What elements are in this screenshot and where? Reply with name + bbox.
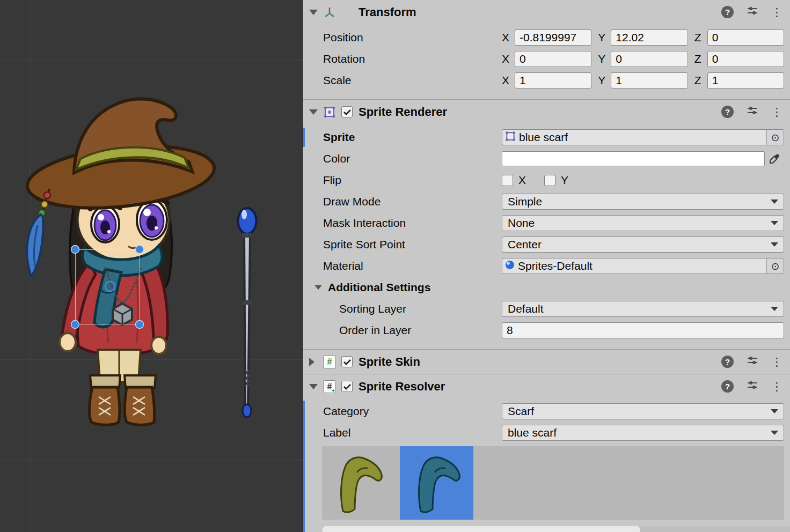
rotation-x-field[interactable]: 0: [515, 51, 591, 67]
hash-glyph: #: [327, 357, 332, 367]
draw-mode-dropdown[interactable]: Simple: [502, 194, 784, 210]
foldout-open-icon[interactable]: [309, 109, 318, 115]
material-object-field[interactable]: Sprites-Default ⊙: [502, 258, 784, 274]
category-label: Category: [323, 405, 502, 418]
order-in-layer-field[interactable]: 8: [502, 322, 784, 338]
help-icon[interactable]: ?: [721, 6, 734, 18]
mask-interaction-dropdown[interactable]: None: [502, 215, 784, 231]
eyedropper-icon[interactable]: [765, 153, 784, 164]
foldout-open-icon[interactable]: [314, 285, 322, 290]
component-title: Sprite Renderer: [359, 105, 447, 119]
chevron-down-icon: [771, 307, 778, 311]
sprite-renderer-header[interactable]: Sprite Renderer ? ⋮: [303, 100, 790, 124]
axis-z-label: Z: [694, 53, 707, 65]
object-picker-icon[interactable]: ⊙: [766, 258, 784, 274]
category-row: Category Scarf: [303, 403, 790, 419]
menu-icon[interactable]: ⋮: [771, 356, 782, 367]
axis-z-label: Z: [694, 31, 707, 44]
scale-label: Scale: [323, 74, 502, 87]
flip-x-checkbox[interactable]: [502, 175, 513, 186]
mask-interaction-label: Mask Interaction: [323, 217, 502, 230]
handle-top-right[interactable]: [136, 246, 144, 254]
inspector-panel: Transform ? ⋮ Position X -0.8199997 Y: [303, 0, 790, 532]
presets-icon[interactable]: [747, 5, 758, 19]
sprite-renderer-component: Sprite Renderer ? ⋮ Sprite: [303, 99, 790, 349]
rotation-label: Rotation: [323, 53, 502, 65]
transform-header[interactable]: Transform ? ⋮: [303, 0, 790, 24]
flip-y-checkbox[interactable]: [544, 175, 555, 186]
sorting-layer-dropdown[interactable]: Default: [502, 301, 784, 317]
category-dropdown[interactable]: Scarf: [502, 403, 784, 419]
sprite-label: Sprite: [323, 131, 502, 144]
sorting-layer-row: Sorting Layer Default: [303, 301, 790, 317]
thumbnail-scrollbar[interactable]: [322, 526, 790, 532]
sprite-sort-point-dropdown[interactable]: Center: [502, 237, 784, 253]
component-enabled-checkbox[interactable]: [341, 356, 353, 367]
handle-bottom-right[interactable]: [136, 321, 144, 329]
transform-icon: [323, 6, 341, 19]
handle-bottom-left[interactable]: [71, 321, 79, 329]
axis-x-label: X: [502, 31, 515, 44]
sprite-skin-component: # Sprite Skin ? ⋮: [303, 349, 790, 374]
sprite-resolver-icon: #+: [323, 380, 341, 393]
staff-sprite[interactable]: [238, 208, 257, 417]
rotation-row: Rotation X 0 Y 0 Z 0: [303, 51, 790, 67]
foldout-open-icon[interactable]: [309, 384, 318, 389]
presets-icon[interactable]: [747, 105, 758, 119]
rotation-y-field[interactable]: 0: [611, 51, 687, 67]
position-x-field[interactable]: -0.8199997: [515, 29, 591, 46]
additional-settings-foldout[interactable]: Additional Settings: [303, 279, 790, 295]
label-dropdown[interactable]: blue scarf: [502, 425, 784, 441]
rotation-z-field[interactable]: 0: [707, 51, 784, 67]
sprite-resolver-header[interactable]: #+ Sprite Resolver ? ⋮: [303, 374, 790, 398]
axis-x-label: X: [502, 53, 515, 65]
thumbnail-blue-scarf[interactable]: [400, 446, 473, 520]
sprite-skin-icon: #: [323, 356, 341, 368]
menu-icon[interactable]: ⋮: [771, 6, 782, 18]
flip-row: Flip X Y: [303, 172, 790, 188]
component-enabled-checkbox[interactable]: [341, 381, 353, 392]
scale-y-field[interactable]: 1: [611, 72, 687, 88]
chevron-down-icon: [771, 409, 778, 413]
axis-y-label: Y: [598, 53, 611, 65]
label-row: Label blue scarf: [303, 425, 790, 441]
axis-y-label: Y: [598, 31, 611, 44]
presets-icon[interactable]: [747, 354, 758, 369]
scene-view[interactable]: [0, 0, 303, 532]
color-label: Color: [323, 152, 502, 165]
witch-hat: [24, 99, 217, 216]
foldout-closed-icon[interactable]: [309, 358, 314, 366]
draw-mode-value: Simple: [508, 195, 542, 208]
help-icon[interactable]: ?: [721, 106, 734, 118]
plus-glyph: +: [332, 387, 335, 394]
scale-z-field[interactable]: 1: [707, 72, 784, 88]
position-z-field[interactable]: 0: [707, 29, 784, 46]
sprite-renderer-icon: [323, 106, 341, 119]
draw-mode-label: Draw Mode: [323, 195, 502, 208]
character-sprite[interactable]: [24, 99, 217, 425]
component-enabled-checkbox[interactable]: [341, 106, 353, 117]
scrollbar-thumb[interactable]: [322, 526, 640, 532]
presets-icon[interactable]: [747, 379, 758, 394]
sprite-sort-point-value: Center: [508, 238, 542, 251]
menu-icon[interactable]: ⋮: [771, 106, 782, 117]
help-icon[interactable]: ?: [721, 356, 734, 368]
object-picker-icon[interactable]: ⊙: [766, 130, 784, 145]
scale-row: Scale X 1 Y 1 Z 1: [303, 72, 790, 88]
component-title: Transform: [359, 5, 416, 19]
sprite-object-field[interactable]: blue scarf ⊙: [502, 129, 784, 145]
thumbnail-green-scarf[interactable]: [322, 446, 396, 520]
sprite-thumbnail-icon: [505, 131, 516, 144]
position-y-field[interactable]: 12.02: [611, 29, 687, 46]
sprite-resolver-body: Category Scarf Label blue scarf: [303, 398, 790, 532]
additional-settings-label: Additional Settings: [328, 281, 507, 294]
sprite-skin-header[interactable]: # Sprite Skin ? ⋮: [303, 350, 790, 374]
menu-icon[interactable]: ⋮: [771, 381, 782, 392]
help-icon[interactable]: ?: [721, 380, 734, 393]
chevron-down-icon: [771, 200, 778, 204]
handle-top-left[interactable]: [71, 246, 79, 254]
scale-x-field[interactable]: 1: [515, 72, 591, 88]
sprite-thumbnail-strip: [322, 446, 784, 520]
color-swatch[interactable]: [502, 151, 765, 166]
foldout-open-icon[interactable]: [309, 10, 318, 15]
